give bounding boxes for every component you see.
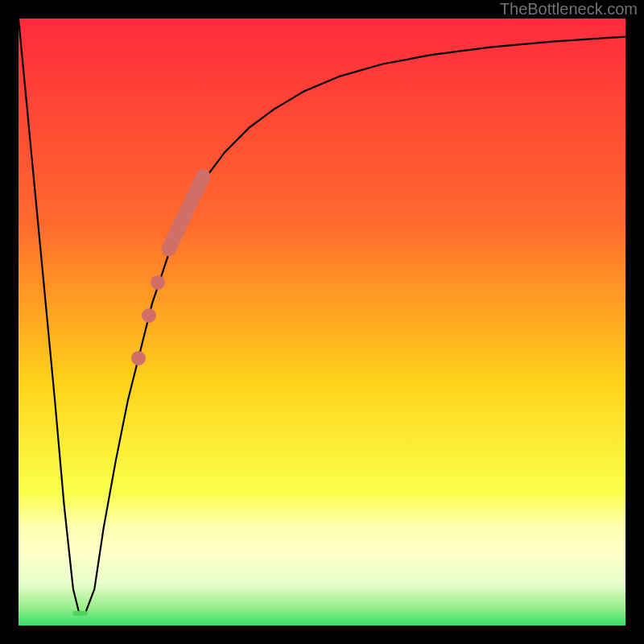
frame-left xyxy=(0,0,19,644)
minimum-flat-marker xyxy=(72,611,88,616)
bottleneck-curve xyxy=(19,19,625,613)
plot-area xyxy=(19,19,625,625)
highlight-dot xyxy=(131,351,146,365)
frame-bottom xyxy=(0,625,644,644)
frame-right xyxy=(625,0,644,644)
chart-canvas: TheBottleneck.com xyxy=(0,0,644,644)
watermark-text: TheBottleneck.com xyxy=(500,0,638,19)
chart-svg xyxy=(19,19,625,625)
